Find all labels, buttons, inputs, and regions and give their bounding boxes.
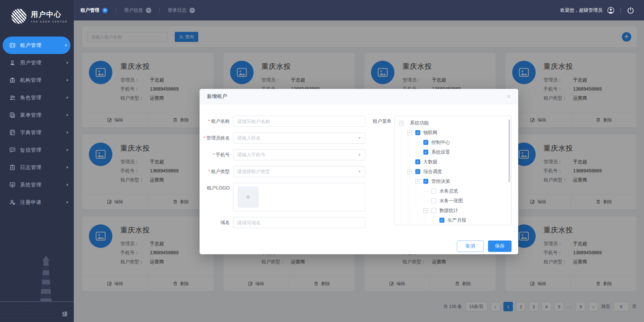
checkbox-checked-icon[interactable]: ✓ [415,130,420,135]
sidebar-item-label: 注册申请 [20,199,67,206]
checkbox-unchecked-icon[interactable] [431,198,436,203]
sidebar-item-label: 短信管理 [20,147,67,153]
chevron-right-icon [67,149,68,151]
log-icon [9,164,15,170]
close-icon[interactable]: × [506,93,511,100]
sidebar-item-log[interactable]: 日志管理 [0,159,74,176]
tab-close-icon[interactable]: ✕ [102,8,108,13]
modal-body: *租户名称 *管理员姓名 请输入姓名 ▼*手机号 请输入手机号 ▼*租户类型 请… [200,104,518,234]
add-tenant-modal: 新增租户 × *租户名称 *管理员姓名 请输入姓名 ▼*手机号 请输入手机号 ▼… [200,89,518,254]
power-logout-icon[interactable] [627,6,635,14]
tab-1[interactable]: 用户信息 ✕ [124,7,151,13]
tab-bar: 租户管理 ✕ 用户信息 ✕ 登录日志 ✕ [80,7,560,13]
sidebar-item-register[interactable]: 注册申请 [0,194,74,211]
system-icon [9,182,15,188]
tree-collapse-icon[interactable]: − [423,208,428,213]
tenant-menu-label: 租户菜单 [367,116,394,234]
tree-node-label[interactable]: 系统设置 [431,149,450,155]
tree-node-label[interactable]: 管控决策 [431,178,450,184]
form-select[interactable]: 请输入姓名 ▼ [233,132,365,144]
chevron-right-icon [67,201,68,204]
tree-node-label[interactable]: 数据统计 [439,208,458,214]
save-button[interactable]: 保存 [488,240,512,252]
sidebar-item-user[interactable]: 用户管理 [0,54,74,71]
org-icon [9,77,15,83]
tab-2[interactable]: 登录日志 ✕ [168,7,195,13]
checkbox-checked-icon[interactable]: ✓ [423,140,428,145]
tab-close-icon[interactable]: ✕ [146,8,151,13]
form-select[interactable]: 请输入手机号 ▼ [233,149,365,160]
chevron-right-icon [67,114,68,116]
brand-logo: 用户中心 THE USER CENTER [0,0,74,24]
modal-header: 新增租户 × [200,89,518,104]
required-mark: * [208,169,210,174]
tree-collapse-icon[interactable]: − [407,169,412,174]
sidebar-item-dict[interactable]: 字典管理 [0,124,74,141]
tab-close-icon[interactable]: ✕ [190,8,195,13]
content-area: 查询 + 重庆水投 管理员： 于志超 手机号： 13689458869 租户类型… [74,20,644,322]
tree-collapse-icon[interactable]: − [407,130,412,135]
user-avatar-icon[interactable] [607,6,615,14]
tenant-form: *租户名称 *管理员姓名 请输入姓名 ▼*手机号 请输入手机号 ▼*租户类型 请… [200,116,367,234]
chevron-right-icon [67,166,68,169]
form-label: *手机号 [200,149,233,160]
brand-sphere-icon [11,9,26,24]
form-label: 域名 [200,217,233,228]
tree-node-label[interactable]: 综合调度 [423,169,442,175]
sidebar-item-role[interactable]: 角色管理 [0,89,74,106]
tree-node-label[interactable]: 物联网 [423,130,437,136]
tree-node-label[interactable]: 大数据 [423,159,437,165]
tree-node-label[interactable]: 控制中心 [431,140,450,146]
tenant-name-input[interactable] [233,116,365,127]
caret-down-icon: ▼ [358,136,361,140]
tree-collapse-icon[interactable]: − [399,121,404,125]
checkbox-checked-icon[interactable]: ✓ [439,218,444,223]
sidebar-item-system[interactable]: 系统管理 [0,176,74,194]
checkbox-checked-icon[interactable]: ✓ [423,150,428,155]
form-label: *租户类型 [200,166,233,177]
tree-node-label[interactable]: 水务一张图 [439,198,463,204]
checkbox-checked-icon[interactable]: ✓ [415,169,420,174]
logo-upload-area: + [233,183,365,211]
tree-node-label[interactable]: 系统功能 [410,120,429,126]
tree-node: ✓ 生产月报 [399,215,511,225]
checkbox-checked-icon[interactable]: ✓ [423,179,428,184]
tree-node: ✓ 控制中心 [399,138,511,147]
tree-node: ✓ 大数据 [399,157,511,167]
checkbox-unchecked-icon[interactable] [431,208,436,213]
form-select[interactable]: 请选择租户类型 ▼ [233,166,365,177]
sidebar-item-menu[interactable]: 菜单管理 [0,106,74,124]
tab-label: 租户管理 [80,7,99,13]
tree-node: −✓ 物联网 [399,128,511,138]
form-label: *租户名称 [200,116,233,127]
upload-plus-button[interactable]: + [237,186,259,208]
tab-0[interactable]: 租户管理 ✕ [80,7,108,13]
checkbox-unchecked-icon[interactable] [431,189,436,194]
chevron-right-icon [67,183,68,186]
checkbox-checked-icon[interactable]: ✓ [415,159,420,164]
brand-title: 用户中心 [31,10,68,19]
sms-icon [9,147,15,153]
chevron-right-icon [65,44,67,47]
topbar-divider [621,8,621,13]
caret-down-icon: ▼ [358,153,361,157]
collapse-sidebar-icon[interactable] [61,310,68,317]
welcome-text: 欢迎您，超级管理员 [560,7,602,13]
topbar-right: 欢迎您，超级管理员 [560,6,635,14]
sidebar-item-org[interactable]: 机构管理 [0,71,74,89]
sidebar-item-label: 字典管理 [20,129,67,136]
sidebar-nav: 租户管理 用户管理 机构管理 角色管理 菜单管理 字典管理 短信管理 日志管理 … [0,37,74,211]
cancel-button[interactable]: 取消 [457,240,484,252]
chevron-right-icon [67,131,68,134]
tree-node: 水务一张图 [399,196,511,206]
chevron-right-icon [67,79,68,82]
tab-label: 登录日志 [168,7,186,13]
tree-collapse-icon[interactable]: − [415,179,420,184]
sidebar-item-tenant[interactable]: 租户管理 [3,37,70,54]
chevron-right-icon [67,96,68,99]
sidebar-item-sms[interactable]: 短信管理 [0,141,74,159]
domain-input[interactable] [233,217,365,228]
tree-node-label[interactable]: 水务总览 [439,188,458,194]
tree-node-label[interactable]: 生产月报 [447,217,466,223]
dict-icon [9,129,15,136]
